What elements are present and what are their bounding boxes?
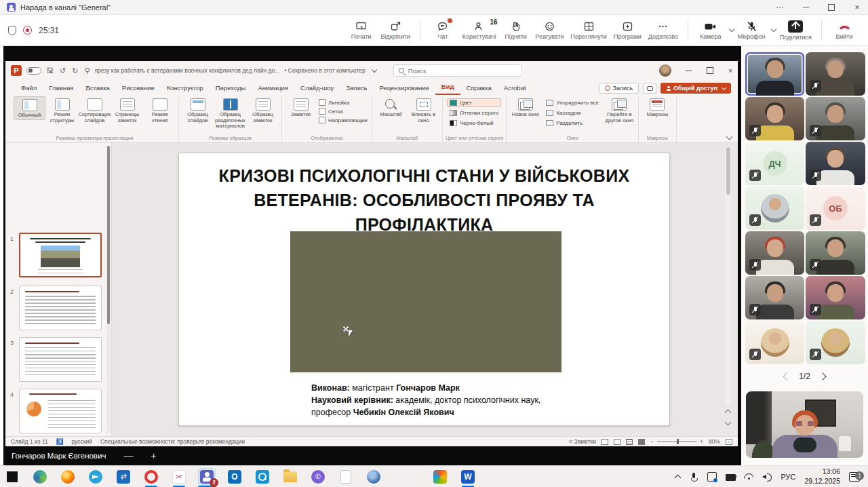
pin-icon[interactable]: ⚲ xyxy=(84,66,90,75)
taskbar-icon-paint[interactable] xyxy=(432,469,448,485)
taskbar-icon-opera[interactable] xyxy=(143,469,159,485)
taskbar-icon-teamviewer[interactable]: ⇄ xyxy=(115,469,132,485)
account-avatar[interactable] xyxy=(659,64,671,77)
checkbox-направляющие[interactable]: Направляющие xyxy=(319,117,368,123)
taskbar-icon-firefox[interactable] xyxy=(60,469,76,485)
ribbon-tab-переходы[interactable]: Переходы xyxy=(210,82,252,95)
window-more-button[interactable]: ⋯ xyxy=(776,3,784,12)
content-zoom-out-button[interactable]: — xyxy=(123,450,133,461)
ribbon-tab-вставка[interactable]: Вставка xyxy=(80,82,116,95)
participant-video-tile[interactable] xyxy=(745,187,804,230)
taskbar-icon-snip[interactable]: ✂ xyxy=(171,469,187,485)
wifi-icon[interactable] xyxy=(744,472,753,482)
ppt-share-button[interactable]: Общий доступ xyxy=(660,83,731,94)
ribbon-option[interactable]: Каскадом xyxy=(543,109,601,117)
taskbar-icon-notepad[interactable] xyxy=(338,469,354,485)
undo-icon[interactable]: ↺ xyxy=(60,66,66,75)
zoom-track[interactable] xyxy=(657,441,696,442)
slide-editing-area[interactable]: КРИЗОВІ ПСИХОЛОГІЧНІ СТАНИ У ВІЙСЬКОВИХ … xyxy=(112,143,731,436)
zoom-out-icon[interactable]: − xyxy=(650,438,654,445)
ribbon-tab-вид[interactable]: Вид xyxy=(435,81,460,95)
ribbon-option[interactable]: Цвет xyxy=(447,98,501,107)
taskbar-icon-photos[interactable] xyxy=(254,469,271,485)
participant-video-tile[interactable] xyxy=(745,52,804,96)
participant-video-tile[interactable] xyxy=(745,231,804,275)
ppt-close-button[interactable]: × xyxy=(728,67,732,75)
ribbon-button[interactable]: Образец заметок xyxy=(247,96,279,124)
ppt-restore-button[interactable] xyxy=(707,67,713,74)
taskbar-icon-globe[interactable] xyxy=(366,469,382,485)
tray-microphone-icon[interactable] xyxy=(689,472,698,482)
participant-video-tile[interactable] xyxy=(745,276,804,319)
taskbar-icon-start[interactable] xyxy=(4,469,20,485)
participant-video-tile[interactable] xyxy=(806,97,865,140)
battery-icon[interactable] xyxy=(726,472,735,482)
taskbar-icon-browser[interactable] xyxy=(32,469,48,485)
slide-thumbnail-1[interactable] xyxy=(19,233,102,277)
react-button[interactable]: Реагувати xyxy=(533,16,567,45)
ribbon-tab-рецензирование[interactable]: Рецензирование xyxy=(373,82,435,95)
ribbon-tab-слайд-шоу[interactable]: Слайд-шоу xyxy=(294,82,340,95)
title-chevron-icon[interactable] xyxy=(372,66,377,72)
ribbon-tab-файл[interactable]: Файл xyxy=(15,82,43,95)
leave-button[interactable]: Вийти xyxy=(829,16,860,45)
slide-thumbnail-2[interactable] xyxy=(19,286,102,330)
participant-video-tile[interactable] xyxy=(806,231,865,275)
checkbox-линейка[interactable]: Линейка xyxy=(319,99,368,106)
apps-button[interactable]: Програми xyxy=(611,16,644,45)
reading-view-button[interactable] xyxy=(626,439,633,445)
camera-options-chevron[interactable] xyxy=(728,16,734,45)
ppt-record-button[interactable]: Запись xyxy=(599,83,639,94)
ribbon-button[interactable]: Макросы xyxy=(642,96,673,119)
zoom-slider[interactable]: − + xyxy=(650,438,703,445)
ribbon-button[interactable]: Страницы заметок xyxy=(111,96,143,124)
participant-tile-initials-ДЧ[interactable]: ДЧ xyxy=(745,142,804,185)
ribbon-button[interactable]: Обычный xyxy=(14,96,45,120)
next-slide-button[interactable] xyxy=(725,419,732,426)
participant-video-tile[interactable] xyxy=(806,142,865,185)
volume-icon[interactable] xyxy=(762,472,772,482)
save-icon[interactable]: 🖫 xyxy=(46,66,54,75)
thumbnail-scrollbar[interactable] xyxy=(106,146,111,433)
ribbon-button[interactable]: Перейти в другое окно xyxy=(604,96,635,124)
ribbon-tab-анимация[interactable]: Анимация xyxy=(252,82,294,95)
window-maximize-button[interactable] xyxy=(827,3,835,12)
next-page-button[interactable] xyxy=(818,372,826,380)
taskbar-icon-telegram[interactable] xyxy=(87,469,104,485)
present-button[interactable]: Почати xyxy=(346,16,377,45)
ribbon-option[interactable]: Упорядочить все xyxy=(543,98,601,107)
ribbon-button[interactable]: Сортировщик слайдов xyxy=(79,96,111,124)
view-button[interactable]: Переглянути xyxy=(568,16,610,45)
notes-toggle[interactable]: ≡ Заметки xyxy=(569,438,596,445)
ribbon-option[interactable]: Черно-белый xyxy=(447,119,501,128)
zoom-in-icon[interactable]: + xyxy=(700,438,703,445)
content-zoom-in-button[interactable]: + xyxy=(151,450,156,461)
slide-thumbnail-4[interactable] xyxy=(19,389,102,433)
camera-button[interactable]: Камера xyxy=(695,16,726,45)
ribbon-button[interactable]: Заметки xyxy=(285,96,317,119)
more-options-button[interactable]: Додатково xyxy=(646,16,681,45)
ribbon-button[interactable]: Образец слайдов xyxy=(182,96,214,124)
language-indicator[interactable]: русский xyxy=(71,438,92,445)
taskbar-icon-outlook[interactable]: O xyxy=(226,469,243,485)
collapse-ribbon-button[interactable] xyxy=(726,134,734,140)
ribbon-tab-запись[interactable]: Запись xyxy=(340,82,373,95)
ribbon-tab-главная[interactable]: Главная xyxy=(43,82,79,95)
participant-video-tile[interactable] xyxy=(806,321,865,364)
accessibility-status[interactable]: Специальные возможности: проверьте реком… xyxy=(100,438,245,445)
window-minimize-button[interactable] xyxy=(802,3,810,12)
comments-button[interactable] xyxy=(643,83,656,94)
slide-canvas[interactable]: КРИЗОВІ ПСИХОЛОГІЧНІ СТАНИ У ВІЙСЬКОВИХ … xyxy=(178,153,670,426)
share-button[interactable]: Поділитися xyxy=(777,16,814,45)
ribbon-option[interactable]: Оттенки серого xyxy=(447,109,501,117)
ribbon-button[interactable]: Образец раздаточных материалов xyxy=(214,96,246,130)
raise-hand-button[interactable]: Підняти xyxy=(500,16,532,45)
ribbon-option[interactable]: Разделить xyxy=(543,119,601,128)
participant-video-tile[interactable] xyxy=(745,97,804,140)
fit-slide-button[interactable] xyxy=(726,439,732,445)
ribbon-tab-acrobat[interactable]: Acrobat xyxy=(498,82,532,95)
microphone-button[interactable]: Мікрофон xyxy=(735,16,768,45)
mic-options-chevron[interactable] xyxy=(770,16,776,45)
unpin-button[interactable]: Відкріпити xyxy=(378,16,413,45)
ribbon-tab-конструктор[interactable]: Конструктор xyxy=(161,82,210,95)
